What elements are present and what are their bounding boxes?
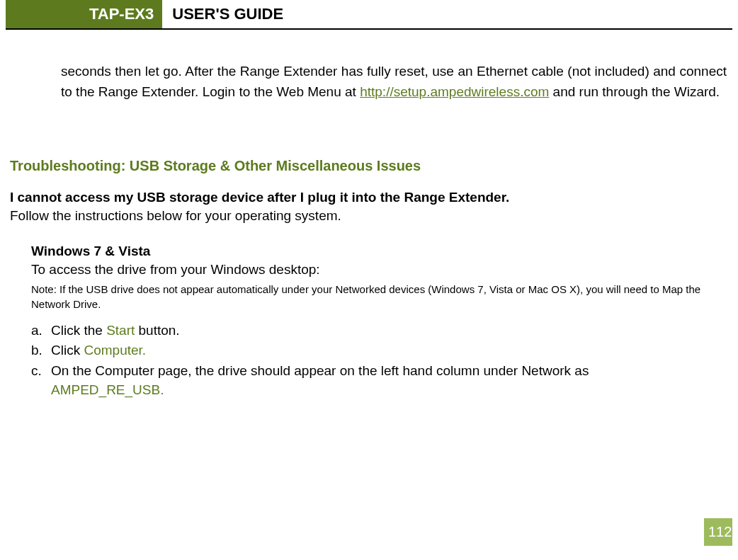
step-text-segment: button. [135,323,179,338]
step-item: a.Click the Start button. [31,321,732,341]
step-marker: a. [31,321,51,341]
step-text-segment: On the Computer page, the drive should a… [51,363,589,378]
continued-paragraph: seconds then let go. After the Range Ext… [61,61,727,103]
document-content: seconds then let go. After the Range Ext… [0,61,738,399]
step-text: Click Computer. [51,341,181,360]
ui-term: Start [106,323,135,338]
document-header: TAP-EX3 USER'S GUIDE [6,0,732,30]
step-item: b.Click Computer. [31,341,732,360]
step-text-segment: Click the [51,323,106,338]
step-marker: b. [31,341,51,360]
paragraph-text-after: and run through the Wizard. [549,84,720,99]
os-access-line: To access the drive from your Windows de… [31,262,732,278]
step-item: c.On the Computer page, the drive should… [31,362,732,399]
header-badge: TAP-EX3 [6,0,162,28]
ui-term: AMPED_RE_USB. [51,382,164,397]
issue-title: I cannot access my USB storage device af… [10,190,732,205]
step-text: Click the Start button. [51,321,215,341]
troubleshooting-heading: Troubleshooting: USB Storage & Other Mis… [10,158,732,174]
os-note: Note: If the USB drive does not appear a… [31,282,732,312]
setup-url-link[interactable]: http://setup.ampedwireless.com [360,84,549,99]
steps-list: a.Click the Start button.b.Click Compute… [31,321,732,399]
windows-block: Windows 7 & Vista To access the drive fr… [31,244,732,399]
ui-term: Computer. [84,343,146,358]
page-number: 112 [704,518,732,546]
step-marker: c. [31,362,51,399]
os-title: Windows 7 & Vista [31,244,732,259]
header-title: USER'S GUIDE [162,0,283,28]
intro-line: Follow the instructions below for your o… [10,208,732,224]
step-text-segment: Click [51,343,84,358]
step-text: On the Computer page, the drive should a… [51,362,732,399]
